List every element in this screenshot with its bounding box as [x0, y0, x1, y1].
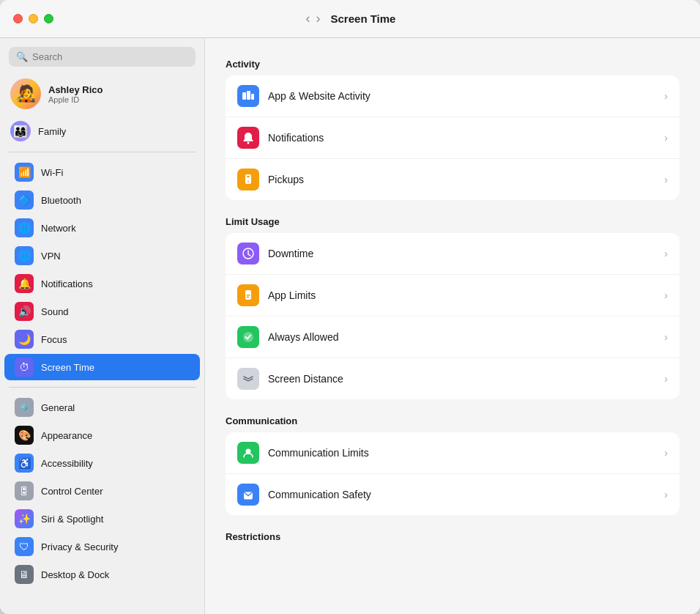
row-always-allowed[interactable]: Always Allowed › [226, 317, 679, 358]
sidebar-item-desktop[interactable]: 🖥 Desktop & Dock [4, 561, 200, 588]
main-content-area: Activity App & Website Activity › Notifi… [205, 0, 700, 614]
chevron-icon: › [664, 331, 668, 343]
section-header-activity: Activity [226, 59, 679, 70]
row-app-limits[interactable]: App Limits › [226, 275, 679, 317]
traffic-lights [13, 14, 53, 23]
sidebar-label-bluetooth: Bluetooth [41, 195, 81, 206]
row-comm-safety[interactable]: Communication Safety › [226, 474, 679, 515]
svg-rect-2 [251, 94, 254, 100]
chevron-icon: › [664, 174, 668, 185]
sidebar-divider [9, 152, 196, 152]
sidebar-label-desktop: Desktop & Dock [41, 569, 109, 580]
notifications-row-label: Notifications [268, 132, 655, 144]
general-icon: ⚙️ [15, 398, 34, 417]
search-bar[interactable]: 🔍 [9, 47, 196, 67]
title-bar-center: ‹ › Screen Time [305, 11, 396, 26]
sidebar-item-general[interactable]: ⚙️ General [4, 394, 200, 421]
window-title: Screen Time [331, 12, 396, 25]
notifications-row-icon [237, 127, 259, 149]
sidebar-item-vpn[interactable]: 🌐 VPN [4, 243, 200, 269]
row-screen-distance[interactable]: Screen Distance › [226, 358, 679, 399]
chevron-icon: › [664, 489, 668, 500]
sidebar-label-siri: Siri & Spotlight [41, 514, 103, 525]
sidebar: 🔍 🧑‍🎤 Ashley Rico Apple ID 👨‍👩‍👧 Family … [0, 0, 205, 614]
sidebar-label-controlcenter: Control Center [41, 486, 103, 497]
comm-limits-label: Communication Limits [268, 447, 655, 459]
chevron-icon: › [664, 447, 668, 459]
chevron-icon: › [664, 373, 668, 385]
maximize-button[interactable] [44, 14, 53, 23]
sidebar-label-wifi: Wi-Fi [41, 167, 63, 178]
minimize-button[interactable] [29, 14, 38, 23]
bluetooth-icon: 🔷 [15, 191, 34, 210]
user-sub: Apple ID [48, 95, 103, 104]
svg-point-3 [247, 142, 250, 144]
screen-distance-icon [237, 368, 259, 390]
family-avatar: 👨‍👩‍👧 [10, 121, 31, 141]
svg-rect-4 [245, 174, 251, 184]
avatar: 🧑‍🎤 [10, 78, 41, 109]
comm-safety-icon [237, 484, 259, 506]
vpn-icon: 🌐 [15, 246, 34, 265]
sidebar-label-accessibility: Accessibility [41, 458, 93, 469]
sidebar-item-focus[interactable]: 🌙 Focus [4, 326, 200, 352]
sidebar-item-family[interactable]: 👨‍👩‍👧 Family [0, 116, 204, 146]
notifications-icon: 🔔 [15, 274, 34, 293]
sidebar-item-siri[interactable]: ✨ Siri & Spotlight [4, 506, 200, 532]
wifi-icon: 📶 [15, 163, 34, 182]
svg-rect-1 [247, 91, 250, 100]
section-header-limit: Limit Usage [226, 216, 679, 227]
sidebar-label-general: General [41, 402, 75, 413]
sidebar-item-sound[interactable]: 🔊 Sound [4, 298, 200, 325]
sidebar-item-screentime[interactable]: ⏱ Screen Time [4, 354, 200, 380]
sidebar-item-network[interactable]: 🌐 Network [4, 215, 200, 241]
svg-rect-5 [247, 176, 250, 177]
sidebar-item-bluetooth[interactable]: 🔷 Bluetooth [4, 187, 200, 213]
row-app-website[interactable]: App & Website Activity › [226, 75, 679, 117]
sidebar-item-wifi[interactable]: 📶 Wi-Fi [4, 159, 200, 185]
chevron-icon: › [664, 289, 668, 301]
focus-icon: 🌙 [15, 330, 34, 349]
title-bar: ‹ › Screen Time [0, 0, 700, 38]
nav-arrows: ‹ › [305, 11, 322, 26]
sidebar-item-appearance[interactable]: 🎨 Appearance [4, 422, 200, 448]
user-info: Ashley Rico Apple ID [48, 84, 103, 104]
row-pickups[interactable]: Pickups › [226, 159, 679, 200]
user-name: Ashley Rico [48, 84, 103, 95]
comm-safety-label: Communication Safety [268, 489, 655, 500]
always-allowed-icon [237, 326, 259, 348]
sidebar-item-accessibility[interactable]: ♿ Accessibility [4, 450, 200, 476]
row-notifications[interactable]: Notifications › [226, 117, 679, 159]
forward-button[interactable]: › [315, 11, 322, 26]
row-comm-limits[interactable]: Communication Limits › [226, 432, 679, 474]
downtime-label: Downtime [268, 248, 655, 259]
app-website-label: App & Website Activity [268, 90, 655, 102]
appearance-icon: 🎨 [15, 426, 34, 445]
section-header-communication: Communication [226, 415, 679, 426]
activity-card: App & Website Activity › Notifications ›… [226, 75, 679, 200]
back-button[interactable]: ‹ [305, 11, 312, 26]
sidebar-label-appearance: Appearance [41, 430, 92, 441]
pickups-label: Pickups [268, 174, 655, 185]
sidebar-item-privacy[interactable]: 🛡 Privacy & Security [4, 533, 200, 560]
pickups-icon [237, 169, 259, 191]
network-icon: 🌐 [15, 218, 34, 237]
close-button[interactable] [13, 14, 23, 23]
svg-point-6 [247, 181, 249, 182]
sidebar-item-controlcenter[interactable]: 🎛 Control Center [4, 478, 200, 504]
downtime-icon [237, 243, 259, 265]
sidebar-label-sound: Sound [41, 306, 69, 317]
sidebar-label-network: Network [41, 223, 76, 234]
user-section[interactable]: 🧑‍🎤 Ashley Rico Apple ID [0, 73, 204, 116]
app-website-icon [237, 85, 259, 107]
sidebar-divider-2 [9, 387, 196, 388]
sound-icon: 🔊 [15, 302, 34, 321]
sidebar-item-notifications[interactable]: 🔔 Notifications [4, 270, 200, 297]
search-icon: 🔍 [16, 51, 28, 62]
sidebar-label-notifications: Notifications [41, 278, 93, 289]
row-downtime[interactable]: Downtime › [226, 233, 679, 275]
search-input[interactable] [32, 51, 188, 62]
siri-icon: ✨ [15, 509, 34, 528]
comm-limits-icon [237, 442, 259, 464]
sidebar-label-privacy: Privacy & Security [41, 541, 118, 552]
